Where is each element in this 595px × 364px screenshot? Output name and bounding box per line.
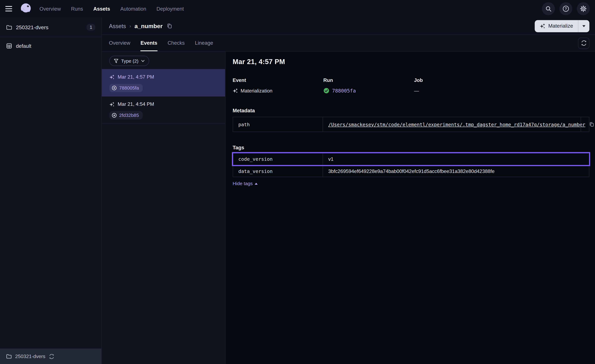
run-id-label: 788005fa: [119, 85, 139, 91]
tag-key: data_version: [233, 165, 323, 177]
copy-icon: [167, 23, 172, 29]
metadata-heading: Metadata: [233, 108, 589, 113]
event-detail-panel: Mar 21, 4:57 PM Event Materialization: [226, 52, 595, 364]
page-title: a_number: [135, 22, 163, 29]
folder-icon: [6, 24, 12, 30]
materialize-label: Materialize: [548, 23, 573, 29]
tag-value: 3bfc269594ef649228e9a74bab00f042efc91d5a…: [323, 165, 589, 177]
caret-up-icon: [255, 183, 257, 184]
run-id-label: 2fd32b85: [119, 113, 139, 118]
sparkle-icon: [233, 88, 238, 93]
metadata-path-link[interactable]: /Users/smackesey/stm/code/elementl/exper…: [328, 122, 585, 127]
event-time: Mar 21, 4:54 PM: [118, 101, 154, 107]
sidebar-group-row[interactable]: 250321-dvers 1: [0, 17, 101, 37]
hide-tags-link[interactable]: Hide tags: [233, 181, 258, 186]
check-circle-icon: [323, 88, 329, 94]
materialize-button[interactable]: Materialize: [535, 20, 578, 32]
run-id-badge[interactable]: 788005fa: [109, 84, 143, 92]
help-icon: ?: [562, 5, 569, 12]
metadata-table: path /Users/smackesey/stm/code/elementl/…: [233, 117, 589, 132]
sync-icon[interactable]: [49, 354, 54, 359]
event-list-item[interactable]: Mar 21, 4:54 PM 2fd32b85: [102, 96, 225, 124]
tab-overview[interactable]: Overview: [109, 35, 130, 51]
tag-value: v1: [323, 153, 589, 165]
materialize-dropdown-button[interactable]: [578, 20, 589, 32]
event-list-panel: Type (2) Mar 21, 4:57 PM: [102, 52, 226, 364]
nav-item-deployment[interactable]: Deployment: [156, 6, 184, 12]
dagster-logo[interactable]: [20, 3, 32, 15]
folder-icon: [6, 354, 12, 359]
chevron-down-icon: [141, 60, 145, 62]
asset-header: Assets › a_number Materi: [102, 17, 595, 35]
run-status-icon: [112, 85, 117, 91]
sparkle-icon: [539, 23, 545, 29]
copy-path-button[interactable]: [588, 121, 595, 128]
nav-links: Overview Runs Assets Automation Deployme…: [39, 6, 184, 12]
copy-asset-name-button[interactable]: [166, 22, 173, 29]
table-row-highlighted: code_version v1: [233, 153, 589, 165]
event-column: Event Materialization: [233, 77, 323, 94]
table-row: path /Users/smackesey/stm/code/elementl/…: [233, 117, 589, 132]
breadcrumb: Assets › a_number: [109, 22, 173, 29]
nav-item-runs[interactable]: Runs: [71, 6, 83, 12]
caret-down-icon: [582, 25, 586, 27]
tags-table: code_version v1 data_version 3bfc269594e…: [233, 153, 589, 177]
sidebar-group-count-badge: 1: [87, 24, 95, 31]
svg-text:?: ?: [565, 7, 567, 11]
nav-item-automation[interactable]: Automation: [120, 6, 146, 12]
run-status-icon: [112, 113, 117, 118]
hide-tags-label: Hide tags: [233, 181, 253, 186]
sidebar-item-default[interactable]: default: [0, 37, 101, 55]
tag-key: code_version: [233, 153, 323, 165]
refresh-button[interactable]: [578, 37, 589, 49]
sidebar-footer-label: 250321-dvers: [15, 354, 45, 359]
filter-icon: [114, 59, 118, 63]
job-value: —: [414, 88, 419, 93]
top-nav: Overview Runs Assets Automation Deployme…: [0, 0, 595, 17]
settings-button[interactable]: [577, 2, 590, 15]
sidebar-item-label: default: [16, 43, 31, 49]
tab-checks[interactable]: Checks: [168, 35, 185, 51]
materialize-split-button: Materialize: [535, 20, 589, 32]
sparkle-icon: [109, 74, 115, 79]
event-time: Mar 21, 4:57 PM: [118, 74, 154, 79]
help-button[interactable]: ?: [559, 2, 572, 15]
asset-group-icon: [6, 43, 12, 49]
asset-groups-sidebar: 250321-dvers 1 default 250321-dvers: [0, 17, 102, 364]
type-filter-button[interactable]: Type (2): [109, 56, 149, 66]
search-button[interactable]: [542, 2, 555, 15]
nav-item-assets[interactable]: Assets: [93, 6, 110, 12]
job-column: Job —: [414, 77, 589, 94]
nav-item-overview[interactable]: Overview: [39, 6, 61, 12]
app-root: Overview Runs Assets Automation Deployme…: [0, 0, 595, 364]
run-column: Run 788005fa: [323, 77, 414, 94]
sparkle-icon: [109, 101, 115, 107]
sidebar-footer: 250321-dvers: [0, 349, 101, 364]
breadcrumb-assets-link[interactable]: Assets: [109, 23, 126, 29]
copy-icon: [589, 122, 594, 127]
run-column-label: Run: [323, 77, 414, 83]
event-type-value: Materialization: [241, 88, 272, 93]
breadcrumb-separator: ›: [129, 23, 131, 29]
asset-tabs: Overview Events Checks Lineage: [102, 35, 595, 52]
tab-events[interactable]: Events: [141, 35, 157, 51]
event-column-label: Event: [233, 77, 323, 83]
sidebar-group-label: 250321-dvers: [16, 24, 83, 30]
gear-icon: [580, 5, 587, 12]
event-list-item[interactable]: Mar 21, 4:57 PM 788005fa: [102, 69, 225, 96]
metadata-key: path: [233, 117, 323, 132]
run-id-link[interactable]: 788005fa: [332, 88, 356, 93]
sync-icon: [581, 40, 586, 46]
metadata-row-actions: [581, 117, 589, 132]
run-id-badge[interactable]: 2fd32b85: [109, 111, 143, 119]
job-column-label: Job: [414, 77, 589, 83]
tab-lineage[interactable]: Lineage: [195, 35, 213, 51]
table-row: data_version 3bfc269594ef649228e9a74bab0…: [233, 165, 589, 177]
type-filter-label: Type (2): [121, 58, 138, 63]
event-detail-title: Mar 21, 4:57 PM: [233, 58, 589, 66]
hamburger-icon[interactable]: [5, 3, 16, 14]
tags-heading: Tags: [233, 145, 589, 150]
search-icon: [545, 6, 552, 12]
